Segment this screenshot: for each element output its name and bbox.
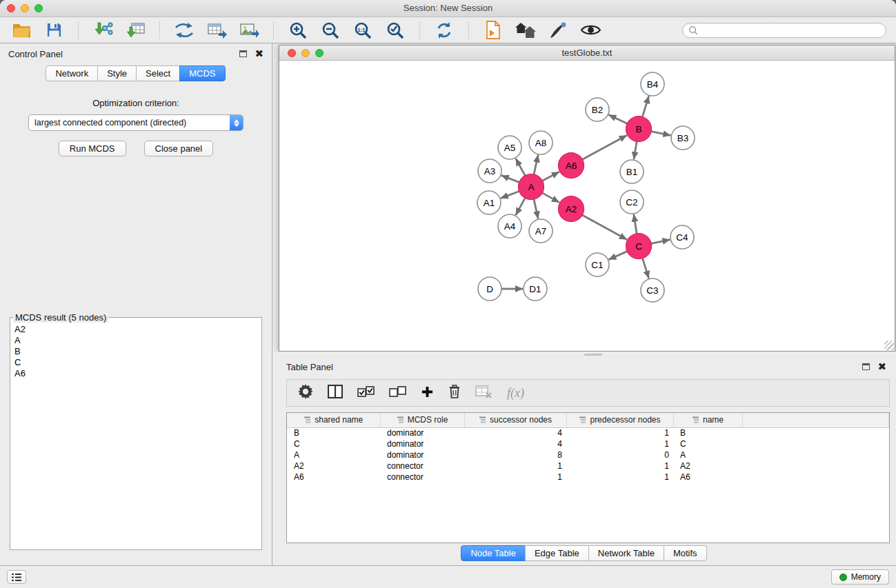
cell-MCDS-role[interactable]: connector	[380, 472, 464, 483]
graph-node-A5[interactable]: A5	[498, 136, 521, 159]
cell-predecessor-nodes[interactable]: 1	[566, 460, 673, 472]
graph-edge-A-A6[interactable]	[542, 172, 559, 181]
column-header-successor-nodes[interactable]: successor nodes	[464, 413, 566, 427]
fullscreen-window-button[interactable]	[34, 4, 43, 12]
graph-edge-B-B1[interactable]	[634, 141, 637, 159]
export-table-icon[interactable]	[205, 20, 228, 41]
function-builder-icon[interactable]: f(x)	[507, 386, 524, 401]
table-row[interactable]: Cdominator41C	[287, 438, 889, 449]
open-network-file-icon[interactable]	[481, 20, 505, 41]
graph-edge-A-A8[interactable]	[534, 155, 538, 174]
refresh-view-icon[interactable]	[432, 20, 456, 41]
delete-column-icon[interactable]	[448, 384, 461, 402]
graph-node-C3[interactable]: C3	[641, 278, 664, 302]
graph-edge-C-C3[interactable]	[643, 258, 649, 278]
graph-node-B2[interactable]: B2	[586, 98, 609, 121]
graph-node-B4[interactable]: B4	[641, 72, 664, 96]
optimization-criterion-select[interactable]: largest connected component (directed)	[28, 114, 243, 131]
mcds-result-item[interactable]: B	[14, 346, 257, 357]
graph-edge-A6-B[interactable]	[582, 135, 627, 159]
cell-name[interactable]: C	[673, 438, 742, 449]
deselect-all-icon[interactable]	[389, 385, 406, 401]
graph-edge-C-C4[interactable]	[651, 240, 670, 244]
column-header-shared-name[interactable]: shared name	[287, 413, 380, 427]
open-file-icon[interactable]	[10, 20, 33, 41]
table-row[interactable]: Adominator80A	[287, 449, 889, 460]
cell-name[interactable]: A	[673, 449, 742, 460]
column-header-predecessor-nodes[interactable]: predecessor nodes	[566, 413, 673, 427]
panel-divider[interactable]	[272, 352, 896, 357]
tab-network-table[interactable]: Network Table	[588, 545, 664, 561]
close-window-button[interactable]	[7, 4, 15, 12]
minimize-window-button[interactable]	[21, 4, 29, 12]
graph-node-D1[interactable]: D1	[524, 277, 547, 301]
welcome-screen-icon[interactable]	[514, 20, 537, 41]
float-table-panel-icon[interactable]	[862, 363, 870, 370]
mcds-result-item[interactable]: C	[14, 357, 257, 368]
import-table-from-file-icon[interactable]	[123, 20, 147, 41]
graph-node-B[interactable]: B	[626, 116, 652, 142]
float-panel-icon[interactable]	[239, 50, 247, 57]
run-mcds-button[interactable]: Run MCDS	[59, 141, 126, 156]
graph-node-C2[interactable]: C2	[620, 190, 644, 214]
mcds-result-item[interactable]: A	[14, 335, 257, 346]
cell-predecessor-nodes[interactable]: 0	[566, 449, 673, 460]
graph-node-A6[interactable]: A6	[559, 153, 584, 179]
graph-node-B3[interactable]: B3	[671, 126, 695, 150]
close-panel-button[interactable]: Close panel	[144, 141, 214, 156]
graph-node-C[interactable]: C	[626, 234, 652, 259]
show-graphics-details-icon[interactable]	[579, 20, 602, 41]
zoom-out-icon[interactable]	[319, 20, 342, 41]
graph-edge-A-A5[interactable]	[516, 159, 526, 176]
import-network-from-file-icon[interactable]	[91, 20, 115, 41]
export-image-icon[interactable]	[237, 20, 261, 41]
table-row[interactable]: A6connector11A6	[287, 472, 889, 483]
cell-successor-nodes[interactable]: 4	[464, 438, 566, 449]
table-settings-gear-icon[interactable]	[298, 384, 313, 402]
cell-predecessor-nodes[interactable]: 1	[566, 427, 673, 438]
graph-edge-C-C2[interactable]	[634, 214, 637, 234]
zoom-in-icon[interactable]	[286, 20, 310, 41]
graph-node-A7[interactable]: A7	[529, 219, 552, 243]
delete-table-icon[interactable]	[475, 385, 492, 401]
graph-node-C4[interactable]: C4	[670, 225, 694, 249]
column-header-MCDS-role[interactable]: MCDS role	[380, 413, 464, 427]
graph-node-B1[interactable]: B1	[620, 160, 644, 183]
graph-edge-B-B4[interactable]	[642, 96, 648, 116]
graph-edge-C-C1[interactable]	[608, 252, 627, 260]
cell-shared-name[interactable]: A	[287, 449, 380, 460]
table-row[interactable]: Bdominator41B	[287, 427, 889, 438]
cell-shared-name[interactable]: A6	[287, 472, 380, 483]
tab-mcds[interactable]: MCDS	[179, 65, 225, 81]
window-resize-grip[interactable]	[884, 341, 894, 350]
network-minimize-button[interactable]	[301, 49, 310, 57]
apply-style-icon[interactable]	[546, 20, 570, 41]
tab-node-table[interactable]: Node Table	[461, 545, 526, 561]
graph-node-A3[interactable]: A3	[478, 159, 501, 183]
cell-name[interactable]: B	[673, 427, 742, 438]
add-column-icon[interactable]	[421, 385, 434, 401]
graph-edge-B-B2[interactable]	[608, 115, 627, 124]
graph-edge-B-B3[interactable]	[651, 132, 670, 136]
cell-name[interactable]: A2	[673, 460, 742, 472]
cell-MCDS-role[interactable]: dominator	[380, 449, 464, 460]
graph-edge-A2-C[interactable]	[582, 215, 627, 240]
graph-node-D[interactable]: D	[478, 277, 501, 301]
cell-MCDS-role[interactable]: connector	[380, 460, 464, 472]
memory-button[interactable]: Memory	[831, 569, 889, 585]
cell-shared-name[interactable]: A2	[287, 460, 380, 472]
network-canvas[interactable]: AA1A2A3A4A5A6A7A8BB1B2B3B4CC1C2C3C4DD1	[279, 61, 895, 351]
zoom-fit-icon[interactable]: 1:1	[351, 20, 375, 41]
graph-node-A8[interactable]: A8	[529, 131, 552, 154]
close-table-panel-icon[interactable]: ✖	[877, 363, 886, 370]
graph-node-A4[interactable]: A4	[498, 214, 521, 238]
graph-edge-A-A1[interactable]	[501, 192, 519, 199]
cell-predecessor-nodes[interactable]: 1	[566, 438, 673, 449]
tab-edge-table[interactable]: Edge Table	[525, 545, 589, 561]
tab-select[interactable]: Select	[136, 65, 180, 81]
graph-node-A2[interactable]: A2	[559, 196, 584, 222]
search-input[interactable]	[701, 26, 880, 35]
graph-node-C1[interactable]: C1	[586, 253, 609, 276]
show-panels-menu-button[interactable]	[7, 570, 26, 584]
tab-style[interactable]: Style	[97, 65, 137, 81]
